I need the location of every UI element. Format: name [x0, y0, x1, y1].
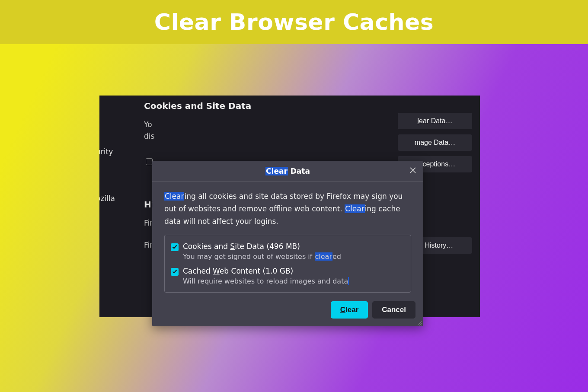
clear-data-button[interactable]: lear Data… — [398, 113, 472, 129]
option-cache-sub: Will require websites to reload images a… — [183, 277, 349, 285]
svg-line-4 — [421, 325, 422, 325]
checkbox-cache[interactable] — [171, 268, 179, 276]
option-cookies-sub: You may get signed out of websites if cl… — [183, 252, 341, 261]
section-title-cookies: Cookies and Site Data — [144, 101, 473, 111]
clear-button[interactable]: Clear — [331, 301, 368, 319]
settings-sidenav: urity ozilla — [99, 147, 115, 241]
dialog-body: Clearing all cookies and site data store… — [152, 182, 423, 295]
sidenav-item-security[interactable]: urity — [99, 147, 115, 156]
close-button[interactable] — [407, 165, 419, 177]
checkbox-cookies[interactable] — [171, 243, 179, 251]
unchecked-box[interactable] — [146, 158, 153, 165]
option-cookies: Cookies and Site Data (496 MB) You may g… — [171, 242, 405, 261]
history-line-1: Fir — [144, 219, 153, 227]
checkmark-icon — [172, 243, 177, 251]
option-cache: Cached Web Content (1.0 GB) Will require… — [171, 267, 405, 285]
checkmark-icon — [172, 268, 177, 276]
banner-title: Clear Browser Caches — [154, 9, 434, 35]
dialog-header: Clear Data — [152, 161, 423, 182]
resize-grip-icon[interactable] — [416, 319, 422, 325]
history-line-2: Fir — [144, 241, 153, 249]
dialog-description: Clearing all cookies and site data store… — [164, 190, 411, 228]
sidenav-item-mozilla[interactable]: ozilla — [99, 194, 115, 203]
close-icon — [409, 167, 416, 175]
option-cookies-label: Cookies and Site Data (496 MB) — [183, 242, 341, 251]
clear-data-dialog: Clear Data Clearing all cookies and site… — [152, 161, 423, 326]
page-banner: Clear Browser Caches — [0, 0, 588, 44]
options-box: Cookies and Site Data (496 MB) You may g… — [164, 235, 411, 293]
stage: Cookies and Site Data Yo dis urity ozill… — [0, 44, 588, 392]
manage-data-button[interactable]: mage Data… — [398, 134, 472, 151]
dialog-title: Clear Data — [265, 167, 310, 175]
cancel-button[interactable]: Cancel — [372, 301, 415, 319]
option-cache-label: Cached Web Content (1.0 GB) — [183, 267, 349, 275]
dialog-footer: Clear Cancel — [152, 295, 423, 326]
